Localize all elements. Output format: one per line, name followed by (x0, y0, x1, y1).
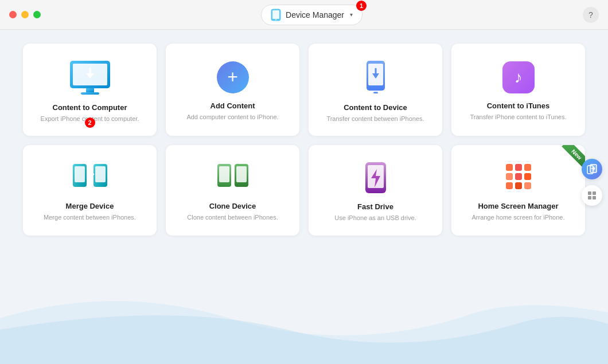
chevron-down-icon: ▾ (350, 11, 353, 18)
svg-rect-27 (515, 182, 522, 189)
new-badge: New (555, 145, 585, 175)
card-merge-device[interactable]: Merge Device Merge content between iPhon… (23, 145, 157, 235)
traffic-lights (9, 11, 41, 18)
card-fast-drive[interactable]: Fast Drive Use iPhone as an USB drive. (309, 145, 442, 235)
svg-rect-15 (219, 166, 229, 182)
card-home-screen-manager[interactable]: New Home Screen Manager Arrange home scr… (451, 145, 585, 235)
card-title: Fast Drive (357, 202, 393, 211)
home-screen-manager-icon (504, 162, 533, 194)
svg-rect-33 (588, 196, 591, 199)
svg-rect-21 (515, 164, 522, 171)
svg-rect-25 (524, 173, 531, 180)
transfer-icon (587, 164, 597, 174)
grid-icon (587, 191, 597, 200)
help-button[interactable]: ? (583, 7, 599, 23)
merge-device-icon (72, 162, 108, 194)
svg-rect-13 (95, 166, 106, 182)
card-title: Content to Device (344, 103, 407, 112)
card-content-to-itunes[interactable]: ♪ Content to iTunes Transfer iPhone cont… (451, 44, 585, 136)
add-content-icon: + (217, 61, 249, 93)
svg-rect-28 (524, 182, 531, 189)
svg-rect-5 (86, 88, 94, 92)
card-desc: Use iPhone as an USB drive. (334, 214, 416, 222)
svg-rect-11 (75, 166, 85, 182)
sidebar-right (582, 159, 602, 206)
card-title: Home Screen Manager (478, 202, 558, 210)
grid-view-button[interactable] (582, 185, 602, 206)
card-title: Clone Device (209, 202, 256, 210)
svg-rect-23 (506, 173, 513, 180)
card-add-content[interactable]: + Add Content Add computer content to iP… (166, 44, 299, 136)
card-desc: Merge content between iPhones. (44, 213, 136, 222)
card-content-to-computer[interactable]: Content to Computer Export iPhone conten… (23, 44, 157, 136)
titlebar: Device Manager ▾ 1 ? (0, 0, 608, 30)
svg-rect-24 (515, 173, 522, 180)
svg-rect-26 (506, 182, 513, 189)
svg-rect-6 (81, 92, 99, 95)
card-title: Merge Device (66, 202, 114, 210)
transfer-button[interactable] (582, 159, 602, 179)
svg-rect-22 (524, 164, 531, 171)
fast-drive-icon (361, 161, 391, 194)
card-title: Content to iTunes (487, 101, 550, 110)
card-desc: Transfer content between iPhones. (326, 115, 424, 123)
svg-rect-17 (236, 166, 247, 182)
card-clone-device[interactable]: Clone Device Clone content between iPhon… (166, 145, 299, 235)
main-content: Content to Computer Export iPhone conten… (0, 30, 608, 249)
notification-badge: 1 (356, 1, 367, 11)
app-selector-label: Device Manager (286, 10, 344, 19)
card-desc: Clone content between iPhones. (187, 213, 278, 222)
svg-rect-9 (373, 92, 378, 93)
card-desc: Add computer content to iPhone. (186, 113, 278, 122)
svg-rect-20 (506, 164, 513, 171)
svg-rect-34 (593, 196, 596, 199)
clone-device-icon (215, 162, 251, 194)
svg-rect-31 (588, 191, 591, 195)
card-desc: Arrange home screen for iPhone. (471, 213, 564, 222)
close-button[interactable] (9, 11, 17, 18)
card-desc: Transfer iPhone content to iTunes. (470, 113, 567, 122)
content-to-device-icon (362, 60, 389, 95)
card-title: Add Content (211, 101, 255, 110)
add-circle-icon: + (217, 61, 249, 93)
iphone-icon (271, 9, 281, 21)
card-title: Content to Computer (53, 103, 127, 112)
card-badge: 2 (85, 118, 95, 128)
background-wave (0, 272, 608, 364)
app-selector-dropdown[interactable]: Device Manager ▾ 1 (261, 5, 363, 25)
svg-point-2 (275, 19, 276, 20)
svg-rect-32 (593, 191, 596, 195)
minimize-button[interactable] (21, 11, 29, 18)
content-to-computer-icon (67, 60, 113, 95)
svg-rect-1 (272, 10, 279, 19)
content-to-itunes-icon: ♪ (502, 61, 535, 93)
card-content-to-device[interactable]: Content to Device Transfer content betwe… (309, 44, 442, 136)
maximize-button[interactable] (33, 11, 41, 18)
itunes-circle-icon: ♪ (502, 61, 535, 93)
